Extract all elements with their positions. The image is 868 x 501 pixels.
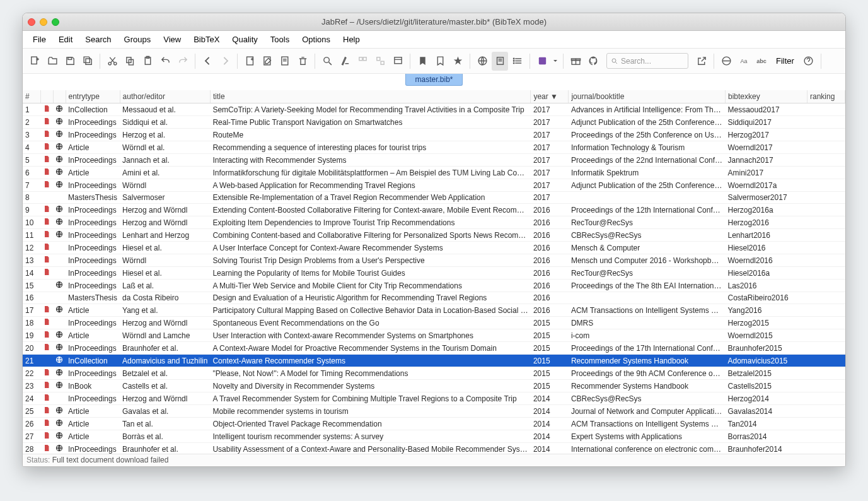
pdf-icon[interactable]	[40, 229, 53, 242]
fetch-button[interactable]	[319, 52, 335, 71]
table-row[interactable]: 19ArticleWörndl and LamcheUser Interacti…	[23, 329, 845, 342]
table-row[interactable]: 4ArticleWörndl et al.Recommending a sequ…	[23, 141, 845, 154]
bookmark-outline-button[interactable]	[432, 52, 448, 71]
pdf-icon[interactable]	[40, 367, 53, 380]
pdf-icon[interactable]	[40, 430, 53, 443]
cleanup-button[interactable]	[337, 52, 353, 71]
table-row[interactable]: 10InProceedingsHerzog and WörndlExploiti…	[23, 216, 845, 229]
col-ranking[interactable]: ranking	[807, 90, 845, 103]
menu-file[interactable]: File	[26, 33, 52, 46]
table-row[interactable]: 6ArticleAmini et al.Informatikforschung …	[23, 167, 845, 179]
github-button[interactable]	[585, 52, 601, 71]
url-icon[interactable]	[53, 430, 66, 443]
pdf-icon[interactable]	[40, 116, 53, 129]
table-row[interactable]: 27ArticleBorràs et al.Intelligent touris…	[23, 430, 845, 443]
help-button[interactable]	[801, 52, 817, 71]
table-row[interactable]: 7InProceedingsWörndlA Web-based Applicat…	[23, 179, 845, 192]
url-icon[interactable]	[53, 329, 66, 342]
web-search-button[interactable]	[718, 52, 734, 71]
delete-button[interactable]	[294, 52, 311, 71]
url-icon[interactable]	[53, 443, 66, 454]
table-row[interactable]: 2InProceedingsSiddiqui et al.Real-Time P…	[23, 116, 845, 129]
open-library-button[interactable]	[44, 52, 61, 71]
url-icon[interactable]	[53, 418, 66, 430]
undo-button[interactable]	[157, 52, 173, 71]
menu-quality[interactable]: Quality	[226, 33, 263, 46]
url-icon[interactable]	[53, 103, 66, 116]
new-article-button[interactable]	[241, 52, 258, 71]
table-row[interactable]: 3InProceedingsHerzog et al.RouteMe2017Pr…	[23, 129, 845, 141]
entry-table[interactable]: # entrytype author/editor title year ▼ j…	[23, 90, 845, 454]
minimize-window-button[interactable]	[40, 18, 47, 26]
url-icon[interactable]	[53, 204, 66, 216]
col-bibtexkey[interactable]: bibtexkey	[726, 90, 807, 103]
table-row[interactable]: 26ArticleTan et al.Object-Oriented Trave…	[23, 418, 845, 430]
push-app-button[interactable]	[534, 52, 550, 71]
url-icon[interactable]	[53, 342, 66, 355]
paste-button[interactable]	[139, 52, 156, 71]
url-icon[interactable]	[53, 129, 66, 141]
url-icon[interactable]	[53, 216, 66, 229]
save-button[interactable]	[62, 52, 78, 71]
star-button[interactable]	[449, 52, 466, 71]
url-icon[interactable]	[53, 167, 66, 179]
pdf-icon[interactable]	[40, 204, 53, 216]
table-row[interactable]: 23InBookCastells et al.Novelty and Diver…	[23, 380, 845, 392]
menu-search[interactable]: Search	[79, 33, 117, 46]
table-row[interactable]: 9InProceedingsHerzog and WörndlExtending…	[23, 204, 845, 216]
bookmark-button[interactable]	[414, 52, 431, 71]
pdf-icon[interactable]	[40, 329, 53, 342]
table-row[interactable]: 1InCollectionMessaoud et al.SemCoTrip: A…	[23, 103, 845, 116]
maximize-window-button[interactable]	[52, 18, 59, 26]
mark-button[interactable]	[354, 52, 371, 71]
table-row[interactable]: 8MastersThesisSalvermoserExtensible Re-I…	[23, 192, 845, 204]
url-icon[interactable]	[53, 116, 66, 129]
table-row[interactable]: 11InProceedingsLenhart and HerzogCombini…	[23, 229, 845, 242]
url-icon[interactable]	[53, 179, 66, 192]
table-row[interactable]: 20InProceedingsBraunhofer et al.A Contex…	[23, 342, 845, 355]
pdf-icon[interactable]	[40, 179, 53, 192]
redo-button[interactable]	[175, 52, 191, 71]
pdf-icon[interactable]	[40, 267, 53, 280]
pdf-icon[interactable]	[40, 254, 53, 267]
pdf-icon[interactable]	[40, 304, 53, 317]
menu-view[interactable]: View	[157, 33, 187, 46]
regex-button[interactable]: abc	[753, 52, 770, 71]
back-button[interactable]	[199, 52, 216, 71]
pdf-icon[interactable]	[40, 405, 53, 418]
edit-source-button[interactable]	[277, 52, 293, 71]
menu-tools[interactable]: Tools	[264, 33, 296, 46]
url-icon[interactable]	[53, 355, 66, 367]
search-input[interactable]: Search...	[606, 53, 688, 69]
col-url[interactable]	[53, 90, 66, 103]
col-pdf[interactable]	[40, 90, 53, 103]
pdf-icon[interactable]	[40, 317, 53, 329]
table-row[interactable]: 15InProceedingsLaß et al.A Multi-Tier We…	[23, 280, 845, 292]
table-row[interactable]: 14InProceedingsHiesel et al.Learning the…	[23, 267, 845, 280]
pdf-icon[interactable]	[40, 216, 53, 229]
pdf-icon[interactable]	[40, 380, 53, 392]
url-icon[interactable]	[53, 380, 66, 392]
col-number[interactable]: #	[23, 90, 40, 103]
menu-groups[interactable]: Groups	[118, 33, 158, 46]
table-row[interactable]: 25ArticleGavalas et al.Mobile recommende…	[23, 405, 845, 418]
table-row[interactable]: 24InProceedingsHerzog and WörndlA Travel…	[23, 392, 845, 405]
case-sensitive-button[interactable]: Aa	[736, 52, 752, 71]
table-row[interactable]: 5InProceedingsJannach et al.Interacting …	[23, 154, 845, 167]
forward-button[interactable]	[217, 52, 233, 71]
url-icon[interactable]	[53, 280, 66, 292]
url-icon[interactable]	[53, 154, 66, 167]
col-journal[interactable]: journal/booktitle	[569, 90, 726, 103]
unmark-button[interactable]	[372, 52, 388, 71]
menu-help[interactable]: Help	[337, 33, 366, 46]
globe-button[interactable]	[474, 52, 490, 71]
pdf-icon[interactable]	[40, 342, 53, 355]
edit-entry-button[interactable]	[259, 52, 275, 71]
pdf-icon[interactable]	[40, 129, 53, 141]
toggle-list-button[interactable]	[509, 52, 526, 71]
pdf-icon[interactable]	[40, 443, 53, 454]
push-app-dropdown[interactable]	[552, 52, 559, 71]
cut-button[interactable]	[104, 52, 120, 71]
pdf-icon[interactable]	[40, 418, 53, 430]
url-icon[interactable]	[53, 367, 66, 380]
